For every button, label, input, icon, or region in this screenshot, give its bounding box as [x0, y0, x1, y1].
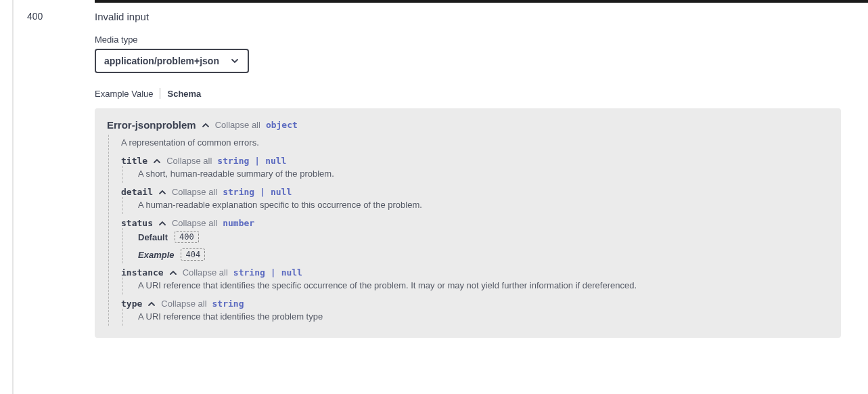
chevron-up-icon[interactable] [153, 157, 161, 165]
property-row-status: status Collapse all number [121, 214, 829, 228]
property-description: A short, human-readable summary of the p… [138, 166, 829, 183]
property-name: title [121, 156, 147, 166]
collapse-all-link[interactable]: Collapse all [215, 120, 260, 130]
schema-model-name: Error-jsonproblem [107, 119, 196, 131]
top-bar [95, 0, 868, 3]
collapse-all-link[interactable]: Collapse all [166, 156, 212, 166]
property-description: A human-readable explanation specific to… [138, 197, 829, 214]
property-body-detail: A human-readable explanation specific to… [122, 197, 829, 214]
property-type: string [212, 299, 244, 309]
schema-root-description: A representation of common errors. [121, 135, 829, 152]
collapse-all-link[interactable]: Collapse all [183, 267, 228, 278]
collapse-all-link[interactable]: Collapse all [161, 299, 206, 309]
property-row-detail: detail Collapse all string | null [121, 183, 829, 197]
property-type: number [223, 218, 254, 228]
property-type: null [281, 267, 302, 278]
default-value-row: Default 400 [138, 228, 829, 246]
property-body-title: A short, human-readable summary of the p… [122, 166, 829, 183]
property-body-type: A URI reference that identifies the prob… [122, 309, 829, 326]
media-type-select[interactable]: application/problem+json [95, 49, 249, 73]
type-separator: | [271, 267, 276, 278]
property-name: instance [121, 267, 164, 278]
chevron-up-icon[interactable] [158, 219, 166, 227]
schema-root-type: object [266, 120, 298, 130]
chevron-down-icon [230, 56, 239, 66]
collapse-all-link[interactable]: Collapse all [172, 187, 217, 197]
response-content: Invalid input Media type application/pro… [95, 11, 841, 338]
default-value: 400 [175, 231, 199, 243]
collapse-all-link[interactable]: Collapse all [172, 218, 217, 228]
tab-divider [160, 88, 160, 99]
media-type-value: application/problem+json [104, 56, 219, 66]
property-body-status: Default 400 Example 404 [122, 228, 829, 263]
default-label: Default [138, 232, 168, 242]
property-type: null [265, 156, 286, 166]
schema-root-row: Error-jsonproblem Collapse all object [107, 119, 829, 131]
chevron-up-icon[interactable] [147, 300, 156, 308]
left-border [12, 0, 14, 394]
property-name: status [121, 218, 153, 228]
chevron-up-icon[interactable] [169, 269, 177, 277]
property-description: A URI reference that identifies the prob… [138, 309, 829, 326]
property-row-title: title Collapse all string | null [121, 152, 829, 166]
chevron-up-icon[interactable] [158, 188, 166, 196]
type-separator: | [254, 156, 260, 166]
property-row-type: type Collapse all string [121, 294, 829, 309]
property-body-instance: A URI reference that identifies the spec… [122, 278, 829, 294]
schema-body: A representation of common errors. title… [108, 135, 829, 326]
property-type: string [233, 267, 265, 278]
property-description: A URI reference that identifies the spec… [138, 278, 829, 294]
property-row-instance: instance Collapse all string | null [121, 263, 829, 278]
example-value-row: Example 404 [138, 246, 829, 263]
media-type-label: Media type [95, 35, 841, 45]
tab-example-value[interactable]: Example Value [95, 89, 160, 99]
schema-tabs: Example Value Schema [95, 88, 841, 99]
property-type: string [217, 156, 249, 166]
response-code: 400 [27, 11, 43, 22]
example-label: Example [138, 250, 174, 260]
tab-schema[interactable]: Schema [167, 89, 208, 99]
property-type: null [271, 187, 292, 197]
property-name: type [121, 299, 142, 309]
example-value: 404 [181, 248, 205, 261]
schema-panel: Error-jsonproblem Collapse all object A … [95, 108, 841, 338]
property-type: string [223, 187, 254, 197]
property-name: detail [121, 187, 153, 197]
chevron-up-icon[interactable] [202, 121, 210, 129]
response-description: Invalid input [95, 11, 841, 22]
type-separator: | [260, 187, 265, 197]
